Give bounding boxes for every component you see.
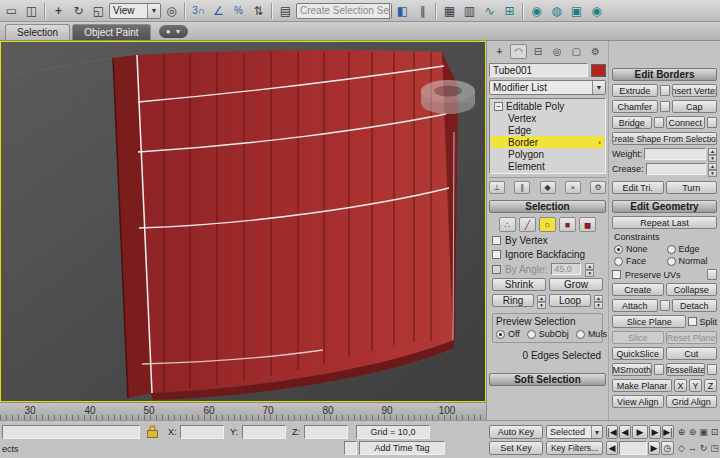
insert-vertex-button[interactable]: Insert Vertex	[672, 84, 718, 97]
frame-forward-button[interactable]: ▶	[648, 441, 660, 455]
stack-item-edge[interactable]: Edge	[491, 124, 604, 136]
layer-manager-icon[interactable]: ▦	[440, 2, 459, 20]
planar-z-button[interactable]: Z	[704, 379, 717, 392]
create-button[interactable]: Create	[612, 283, 664, 296]
z-coord-field[interactable]	[304, 425, 348, 439]
create-shape-button[interactable]: Create Shape From Selection	[612, 132, 717, 145]
spinner-snap-icon[interactable]: ⇅	[249, 2, 268, 20]
window-crossing-toggle-icon[interactable]: ◫	[22, 2, 41, 20]
quickslice-button[interactable]: QuickSlice	[612, 347, 664, 360]
tab-hierarchy-icon[interactable]: ⊟	[529, 44, 546, 59]
time-configuration-button[interactable]: ◷	[661, 441, 674, 455]
connect-button[interactable]: Connect	[666, 116, 706, 129]
ribbon-tab-selection[interactable]: Selection	[5, 24, 70, 40]
by-angle-field[interactable]: 45,0	[551, 263, 581, 275]
key-filters-button[interactable]: Key Filters...	[546, 441, 603, 455]
show-end-result-button[interactable]: ∥	[514, 181, 530, 194]
previous-frame-button[interactable]: ◀	[619, 425, 631, 439]
remove-modifier-button[interactable]: ×	[565, 181, 581, 194]
object-name-field[interactable]: Tube001	[489, 63, 588, 77]
maximize-viewport-toggle-icon[interactable]: ◳	[709, 441, 720, 455]
tab-display-icon[interactable]: ▢	[568, 44, 585, 59]
connect-settings-button[interactable]	[707, 117, 717, 128]
play-button[interactable]: ▶	[632, 425, 648, 439]
material-editor-icon[interactable]: ◉	[527, 2, 546, 20]
selection-set-dropdown[interactable]: Selected ▼	[546, 425, 603, 439]
ribbon-options-button[interactable]: ● ▼	[159, 25, 189, 38]
edit-borders-rollout-header[interactable]: Edit Borders	[612, 68, 717, 81]
slice-button[interactable]: Slice	[612, 331, 664, 344]
ring-button[interactable]: Ring	[492, 294, 534, 307]
constraint-face-radio[interactable]	[614, 257, 623, 266]
reset-plane-button[interactable]: Reset Plane	[666, 331, 718, 344]
view-align-button[interactable]: View Align	[612, 395, 664, 408]
msmooth-settings-button[interactable]	[654, 364, 664, 375]
ignore-backfacing-checkbox[interactable]	[492, 250, 501, 259]
attach-button[interactable]: Attach	[612, 299, 658, 312]
x-coord-field[interactable]	[180, 425, 224, 439]
shrink-button[interactable]: Shrink	[492, 278, 546, 291]
object-color-swatch[interactable]	[591, 64, 606, 77]
bridge-settings-button[interactable]	[654, 117, 664, 128]
preview-muls-radio[interactable]	[576, 330, 585, 339]
field-of-view-icon[interactable]: ◇	[676, 441, 687, 455]
slice-plane-button[interactable]: Slice Plane	[612, 315, 686, 328]
select-and-move-icon[interactable]: +	[49, 2, 68, 20]
loop-button[interactable]: Loop	[549, 294, 591, 307]
zoom-extents-icon[interactable]: ▣	[698, 425, 709, 439]
selection-rollout-header[interactable]: Selection	[489, 200, 606, 213]
pin-stack-button[interactable]: ⊥	[489, 181, 505, 194]
constraint-edge-radio[interactable]	[667, 245, 676, 254]
ring-spinner[interactable]: ▲▼	[537, 295, 546, 307]
zoom-all-icon[interactable]: ⊛	[687, 425, 698, 439]
cap-button[interactable]: Cap	[672, 100, 718, 113]
select-and-scale-icon[interactable]: ◱	[89, 2, 108, 20]
percent-snap-icon[interactable]: %	[229, 2, 248, 20]
weight-spinner[interactable]: ▲▼	[708, 148, 717, 160]
repeat-last-button[interactable]: Repeat Last	[612, 216, 717, 229]
grow-button[interactable]: Grow	[549, 278, 603, 291]
constraint-normal-radio[interactable]	[667, 257, 676, 266]
named-selection-set-caret[interactable]: ▼	[389, 4, 392, 18]
turn-button[interactable]: Turn	[666, 181, 718, 194]
zoom-region-icon[interactable]: ⊡	[709, 425, 720, 439]
selection-set-caret[interactable]: ▼	[591, 426, 602, 438]
split-checkbox[interactable]	[688, 317, 697, 326]
element-mode-icon[interactable]: ◼	[579, 217, 596, 232]
stack-item-polygon[interactable]: Polygon	[491, 148, 604, 160]
stack-item-editable-poly[interactable]: − Editable Poly	[491, 100, 604, 112]
perspective-viewport[interactable]	[0, 41, 486, 402]
current-frame-field[interactable]	[619, 441, 647, 455]
weight-field[interactable]	[644, 148, 706, 160]
modifier-list-caret[interactable]: ▼	[592, 81, 605, 94]
extrude-button[interactable]: Extrude	[612, 84, 658, 97]
edit-tri-button[interactable]: Edit Tri.	[612, 181, 664, 194]
preview-subobj-radio[interactable]	[527, 330, 536, 339]
tab-utilities-icon[interactable]: ⚙	[587, 44, 604, 59]
detach-button[interactable]: Detach	[672, 299, 718, 312]
crease-spinner[interactable]: ▲▼	[708, 163, 717, 175]
y-coord-field[interactable]	[242, 425, 286, 439]
modifier-list-dropdown[interactable]: Modifier List ▼	[489, 80, 606, 95]
bridge-button[interactable]: Bridge	[612, 116, 652, 129]
loop-spinner[interactable]: ▲▼	[594, 295, 603, 307]
expand-icon[interactable]: −	[494, 102, 503, 111]
configure-modifier-sets-button[interactable]: ⚙	[590, 181, 606, 194]
stack-item-element[interactable]: Element	[491, 160, 604, 172]
schematic-view-icon[interactable]: ⊞	[500, 2, 519, 20]
go-to-start-button[interactable]: |◀	[606, 425, 618, 439]
named-selection-set-combo[interactable]: Create Selection Se ▼	[296, 3, 392, 19]
add-time-tag-button[interactable]: Add Time Tag	[359, 441, 445, 455]
render-setup-icon[interactable]: ◍	[547, 2, 566, 20]
rectangular-selection-region-icon[interactable]: ▭	[2, 2, 21, 20]
preserve-uvs-settings-button[interactable]	[707, 269, 717, 280]
stack-item-vertex[interactable]: Vertex	[491, 112, 604, 124]
planar-x-button[interactable]: X	[674, 379, 687, 392]
tab-modify-icon[interactable]: ◠	[510, 44, 527, 59]
next-frame-button[interactable]: ▶	[649, 425, 661, 439]
planar-y-button[interactable]: Y	[689, 379, 702, 392]
by-angle-spinner[interactable]: ▲▼	[585, 263, 594, 275]
time-tag-icon[interactable]	[344, 441, 357, 455]
attach-settings-button[interactable]	[660, 300, 670, 311]
edit-geometry-rollout-header[interactable]: Edit Geometry	[612, 200, 717, 213]
